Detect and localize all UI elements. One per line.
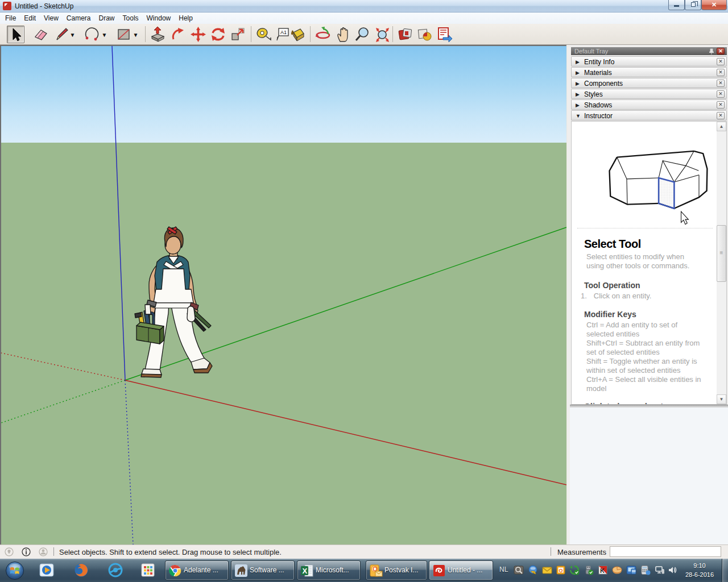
taskbar-clock[interactable]: 9:10 28-6-2016 xyxy=(680,561,719,579)
expand-arrow-icon: ▶ xyxy=(576,92,580,97)
sketchup-app-icon xyxy=(3,2,11,10)
tray-calculator-icon[interactable] xyxy=(640,565,651,575)
tray-section-components[interactable]: ▶ Components ✕ xyxy=(571,78,727,88)
tray-remote-icon[interactable] xyxy=(626,565,636,575)
rotate-tool-button[interactable] xyxy=(209,26,227,43)
pan-tool-button[interactable] xyxy=(334,26,352,43)
components-icon xyxy=(416,26,433,43)
restore-button[interactable] xyxy=(685,0,701,10)
tray-network-icon[interactable] xyxy=(655,565,665,575)
red-axis-dotted xyxy=(1,353,125,380)
rectangle-tool-button[interactable] xyxy=(115,26,133,43)
tray-help-icon[interactable]: ! xyxy=(528,565,538,575)
tray-search-icon[interactable] xyxy=(514,565,524,575)
svg-text:K: K xyxy=(600,567,605,574)
app-grid-icon[interactable] xyxy=(140,562,156,578)
tape-measure-tool-button[interactable] xyxy=(255,26,272,43)
menu-view[interactable]: View xyxy=(40,13,63,24)
orbit-tool-button[interactable] xyxy=(315,26,332,43)
taskbar-button-label: Untitled - ... xyxy=(448,566,482,574)
show-desktop-button[interactable] xyxy=(722,559,728,582)
eraser-tool-button[interactable] xyxy=(32,26,49,43)
scroll-up-button[interactable]: ▲ xyxy=(717,122,726,131)
menu-edit[interactable]: Edit xyxy=(20,13,40,24)
cursor-arrow xyxy=(681,211,689,225)
tray-usb-icon[interactable] xyxy=(584,565,594,575)
components-button[interactable] xyxy=(416,26,433,43)
pin-icon[interactable] xyxy=(709,48,714,55)
tray-pie-icon[interactable] xyxy=(612,565,622,575)
tray-section-instructor[interactable]: ▼ Instructor ✕ xyxy=(571,110,727,120)
move-tool-button[interactable] xyxy=(189,26,207,43)
zoom-extents-tool-button[interactable] xyxy=(374,26,391,43)
menu-help[interactable]: Help xyxy=(175,13,197,24)
menu-draw[interactable]: Draw xyxy=(95,13,119,24)
info-icon[interactable] xyxy=(22,547,31,556)
arc-tool-button[interactable] xyxy=(83,26,101,43)
user-icon[interactable] xyxy=(39,547,48,556)
taskbar-button-sketchup[interactable]: Untitled - ... xyxy=(429,560,493,580)
section-close-button[interactable]: ✕ xyxy=(717,112,725,119)
follow-me-tool-button[interactable] xyxy=(169,26,187,43)
toolbar-separator xyxy=(145,26,146,42)
media-player-icon[interactable] xyxy=(39,562,55,578)
model-info-button[interactable] xyxy=(396,26,414,43)
taskbar-button-excel[interactable]: X Microsoft... xyxy=(297,560,361,580)
zoom-tool-button[interactable] xyxy=(354,26,371,43)
tray-section-styles[interactable]: ▶ Styles ✕ xyxy=(571,89,727,99)
tray-volume-icon[interactable] xyxy=(668,565,678,575)
tray-outlook-icon[interactable]: O xyxy=(556,565,566,575)
push-pull-tool-button[interactable] xyxy=(149,26,167,43)
menu-tools[interactable]: Tools xyxy=(119,13,143,24)
tray-close-button[interactable]: ✕ xyxy=(717,48,725,55)
firefox-icon[interactable] xyxy=(73,562,89,578)
layout-button[interactable] xyxy=(435,26,453,43)
menu-camera[interactable]: Camera xyxy=(63,13,95,24)
scroll-thumb[interactable] xyxy=(717,225,726,282)
measurements-label: Measurements xyxy=(557,548,606,556)
drawing-viewport[interactable] xyxy=(0,45,566,544)
tape-measure-icon xyxy=(255,26,272,43)
line-tool-dropdown[interactable]: ▼ xyxy=(69,31,76,39)
tray-title-bar[interactable]: Default Tray ✕ xyxy=(571,47,727,55)
instructor-scrollbar[interactable]: ▲ ▼ xyxy=(717,122,726,404)
rectangle-tool-dropdown[interactable]: ▼ xyxy=(132,31,139,39)
taskbar-button-outlook[interactable]: O Postvak I... xyxy=(366,560,427,580)
close-button[interactable]: ✕ xyxy=(701,0,727,10)
tool-operation-heading: Tool Operation xyxy=(584,281,640,290)
scale-tool-button[interactable] xyxy=(229,26,247,43)
tray-section-entity-info[interactable]: ▶ Entity Info ✕ xyxy=(571,56,727,66)
geolocation-icon[interactable] xyxy=(5,547,14,556)
person-figure[interactable] xyxy=(135,227,212,377)
scroll-down-button[interactable]: ▼ xyxy=(717,394,726,404)
tray-mail-icon[interactable] xyxy=(542,565,552,575)
title-bar: Untitled - SketchUp ✕ xyxy=(0,0,728,13)
menu-window[interactable]: Window xyxy=(143,13,175,24)
select-arrow-icon xyxy=(7,26,25,44)
toolbar-drag-handle[interactable] xyxy=(1,26,4,43)
internet-explorer-icon[interactable] xyxy=(107,562,123,578)
section-close-button[interactable]: ✕ xyxy=(717,90,725,98)
taskbar: Adelante ... Software ... X Microsoft...… xyxy=(0,559,728,582)
line-tool-button[interactable] xyxy=(52,26,70,43)
text-tool-button[interactable]: A1 xyxy=(273,26,291,43)
section-close-button[interactable]: ✕ xyxy=(717,69,725,76)
section-close-button[interactable]: ✕ xyxy=(717,58,725,65)
section-close-button[interactable]: ✕ xyxy=(717,80,725,87)
move-icon xyxy=(189,26,207,43)
taskbar-button-adelante[interactable]: Adelante ... xyxy=(165,560,229,580)
menu-file[interactable]: File xyxy=(1,13,20,24)
language-indicator[interactable]: NL xyxy=(499,566,508,573)
section-close-button[interactable]: ✕ xyxy=(717,101,725,109)
tray-section-materials[interactable]: ▶ Materials ✕ xyxy=(571,67,727,77)
arc-tool-dropdown[interactable]: ▼ xyxy=(101,31,108,39)
tray-section-shadows[interactable]: ▶ Shadows ✕ xyxy=(571,99,727,110)
taskbar-button-software[interactable]: Software ... xyxy=(231,560,295,580)
start-button[interactable] xyxy=(5,561,24,580)
measurements-input[interactable] xyxy=(610,546,721,557)
paint-bucket-tool-button[interactable] xyxy=(289,26,307,43)
tray-sync-icon[interactable] xyxy=(569,565,580,575)
select-tool-button[interactable] xyxy=(7,26,24,43)
tray-kaspersky-icon[interactable]: K xyxy=(598,565,608,575)
minimize-button[interactable] xyxy=(668,0,685,10)
